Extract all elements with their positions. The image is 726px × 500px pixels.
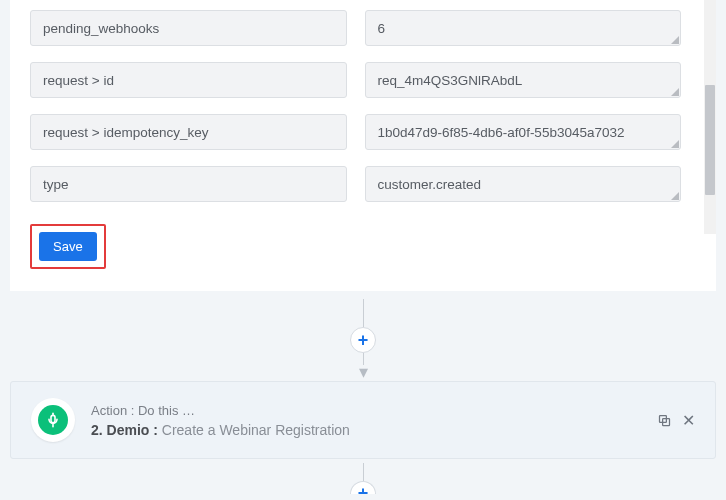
step-number: 2. [91, 422, 103, 438]
demio-icon [38, 405, 68, 435]
connector-line [363, 299, 364, 327]
arrow-down-icon: ▾ [359, 363, 368, 381]
step-app: Demio : [107, 422, 158, 438]
step-connector: + ▾ [0, 299, 726, 381]
field-value[interactable]: req_4m4QS3GNlRAbdL [365, 62, 682, 98]
add-step-button[interactable]: + [350, 481, 376, 494]
save-button[interactable]: Save [39, 232, 97, 261]
field-key[interactable]: request > id [30, 62, 347, 98]
field-key[interactable]: request > idempotency_key [30, 114, 347, 150]
app-badge [31, 398, 75, 442]
step-prefix: Action : Do this … [91, 403, 350, 418]
step-connector: + [0, 463, 726, 494]
field-row: request > idempotency_key 1b0d47d9-6f85-… [30, 114, 681, 150]
copy-step-icon[interactable] [657, 411, 672, 430]
field-row: request > id req_4m4QS3GNlRAbdL [30, 62, 681, 98]
scrollbar-thumb[interactable] [705, 85, 715, 195]
delete-step-icon[interactable]: ✕ [682, 411, 695, 430]
field-row: type customer.created [30, 166, 681, 202]
field-value[interactable]: 6 [365, 10, 682, 46]
step-description: Create a Webinar Registration [162, 422, 350, 438]
step-title: 2. Demio : Create a Webinar Registration [91, 422, 350, 438]
trigger-sample-panel: pending_webhooks 6 request > id req_4m4Q… [10, 0, 716, 291]
action-step-card[interactable]: Action : Do this … 2. Demio : Create a W… [10, 381, 716, 459]
field-key[interactable]: pending_webhooks [30, 10, 347, 46]
field-value[interactable]: 1b0d47d9-6f85-4db6-af0f-55b3045a7032 [365, 114, 682, 150]
field-key[interactable]: type [30, 166, 347, 202]
add-step-button[interactable]: + [350, 327, 376, 353]
svg-rect-0 [51, 415, 55, 422]
step-actions: ✕ [657, 411, 695, 430]
scrollbar[interactable] [704, 0, 716, 234]
field-value[interactable]: customer.created [365, 166, 682, 202]
save-highlight: Save [30, 224, 106, 269]
field-row: pending_webhooks 6 [30, 10, 681, 46]
step-text: Action : Do this … 2. Demio : Create a W… [91, 403, 350, 438]
connector-line [363, 463, 364, 481]
